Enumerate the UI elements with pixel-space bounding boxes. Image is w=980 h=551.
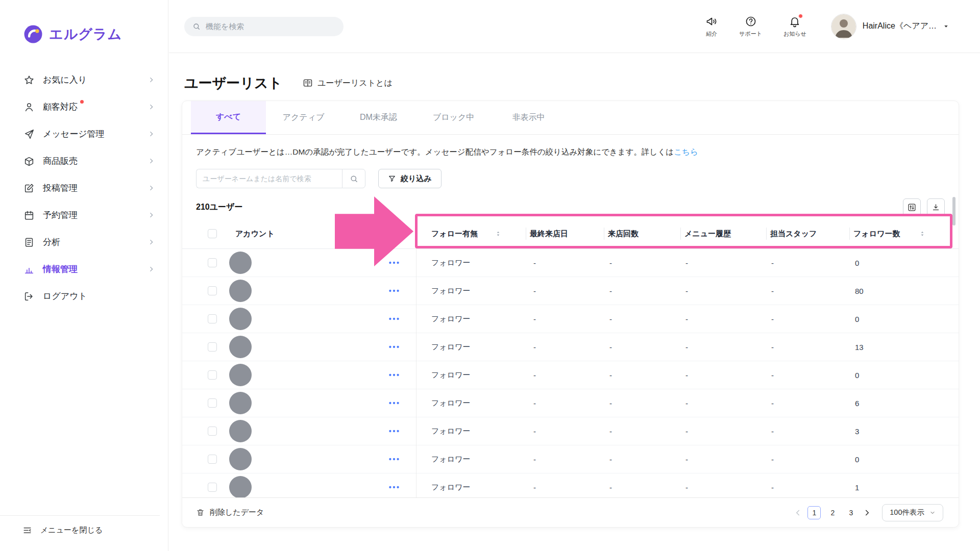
topbar-action-2[interactable]: お知らせ bbox=[783, 15, 806, 38]
sidebar-item-8[interactable]: ログアウト bbox=[0, 283, 168, 310]
row-checkbox[interactable] bbox=[208, 455, 217, 464]
sidebar-item-1[interactable]: 顧客対応 bbox=[0, 93, 168, 120]
sidebar-item-label: 情報管理 bbox=[43, 263, 78, 275]
row-checkbox[interactable] bbox=[208, 342, 217, 352]
cell-menu_history: - bbox=[685, 371, 688, 380]
user-avatar bbox=[229, 476, 252, 498]
sort-icon[interactable] bbox=[919, 229, 926, 238]
topbar-action-0[interactable]: 紹介 bbox=[705, 15, 718, 38]
search-icon bbox=[350, 174, 358, 183]
page-number-3[interactable]: 3 bbox=[844, 506, 857, 519]
chevron-right-icon bbox=[147, 157, 156, 165]
row-checkbox[interactable] bbox=[208, 258, 217, 267]
column-divider bbox=[849, 228, 850, 240]
bell-icon bbox=[789, 15, 801, 28]
deleted-data-button[interactable]: 削除したデータ bbox=[196, 508, 264, 517]
row-checkbox[interactable] bbox=[208, 483, 217, 492]
column-header-account: アカウント bbox=[235, 229, 275, 238]
cell-follower_count: 0 bbox=[855, 315, 859, 323]
column-settings-button[interactable] bbox=[903, 198, 921, 216]
user-avatar bbox=[229, 420, 252, 442]
close-menu-button[interactable]: メニューを閉じる bbox=[0, 515, 160, 545]
userlist-help-link[interactable]: ユーザーリストとは bbox=[303, 78, 393, 89]
filter-button[interactable]: 絞り込み bbox=[378, 169, 442, 188]
cell-follower_count: 13 bbox=[855, 343, 864, 352]
tab-0[interactable]: すべて bbox=[191, 101, 266, 134]
person-icon bbox=[23, 102, 35, 113]
page-size-select[interactable]: 100件表示 bbox=[882, 504, 943, 521]
row-menu-icon[interactable] bbox=[387, 424, 401, 438]
sidebar-menu: お気に入り顧客対応メッセージ管理商品販売投稿管理予約管理分析情報管理ログアウト bbox=[0, 66, 168, 310]
cell-staff: - bbox=[771, 343, 774, 352]
row-checkbox[interactable] bbox=[208, 398, 217, 408]
column-divider bbox=[526, 228, 526, 240]
collapse-menu-icon bbox=[22, 525, 32, 535]
row-checkbox[interactable] bbox=[208, 314, 217, 323]
note-detail-link[interactable]: こちら bbox=[674, 147, 698, 156]
table-row: フォロワー----1 bbox=[182, 473, 959, 498]
row-menu-icon[interactable] bbox=[387, 368, 401, 382]
chevron-right-icon bbox=[147, 130, 156, 138]
cell-follower_count: 6 bbox=[855, 399, 859, 408]
topbar-action-label: サポート bbox=[739, 30, 762, 38]
row-menu-icon[interactable] bbox=[387, 340, 401, 354]
sidebar-item-6[interactable]: 分析 bbox=[0, 229, 168, 256]
brand-name: エルグラム bbox=[49, 25, 122, 43]
cell-follow: フォロワー bbox=[431, 483, 470, 492]
sidebar-item-2[interactable]: メッセージ管理 bbox=[0, 120, 168, 147]
tab-2[interactable]: DM未承認 bbox=[341, 101, 416, 134]
tab-3[interactable]: ブロック中 bbox=[416, 101, 491, 134]
trash-icon bbox=[196, 508, 205, 517]
brand-logo[interactable]: エルグラム bbox=[22, 23, 168, 45]
prev-page-icon[interactable] bbox=[793, 508, 802, 517]
chevron-right-icon bbox=[147, 103, 156, 111]
cell-staff: - bbox=[771, 455, 774, 464]
page-number-1[interactable]: 1 bbox=[807, 506, 821, 519]
row-menu-icon[interactable] bbox=[387, 256, 401, 269]
row-menu-icon[interactable] bbox=[387, 284, 401, 297]
global-search-input[interactable] bbox=[206, 22, 335, 31]
cell-last_visit: - bbox=[533, 259, 536, 267]
sidebar-item-3[interactable]: 商品販売 bbox=[0, 147, 168, 174]
row-menu-icon[interactable] bbox=[387, 312, 401, 325]
status-tabs: すべてアクティブDM未承認ブロック中非表示中 bbox=[182, 101, 959, 135]
sidebar-item-label: メッセージ管理 bbox=[43, 128, 105, 140]
user-search-input[interactable] bbox=[196, 169, 342, 188]
sidebar-item-5[interactable]: 予約管理 bbox=[0, 202, 168, 229]
topbar-actions: 紹介サポートお知らせ bbox=[705, 15, 806, 38]
topbar-action-1[interactable]: サポート bbox=[739, 15, 762, 38]
calendar-icon bbox=[23, 210, 35, 221]
cell-staff: - bbox=[771, 399, 774, 408]
row-checkbox[interactable] bbox=[208, 370, 217, 380]
row-checkbox[interactable] bbox=[208, 286, 217, 295]
sidebar-item-label: お気に入り bbox=[43, 74, 87, 86]
tab-1[interactable]: アクティブ bbox=[266, 101, 341, 134]
funnel-icon bbox=[388, 174, 396, 183]
sort-icon[interactable] bbox=[495, 229, 502, 238]
sidebar-item-0[interactable]: お気に入り bbox=[0, 66, 168, 93]
user-search-button[interactable] bbox=[342, 169, 365, 188]
cell-staff: - bbox=[771, 483, 774, 492]
topbar-action-label: お知らせ bbox=[783, 30, 806, 38]
row-checkbox[interactable] bbox=[208, 427, 217, 436]
tab-4[interactable]: 非表示中 bbox=[491, 101, 566, 134]
user-count: 210ユーザー bbox=[196, 202, 242, 213]
cell-menu_history: - bbox=[685, 259, 688, 267]
column-divider bbox=[604, 228, 604, 240]
global-search[interactable] bbox=[184, 17, 344, 36]
next-page-icon[interactable] bbox=[863, 508, 872, 517]
row-menu-icon[interactable] bbox=[387, 453, 401, 466]
vertical-scrollbar[interactable] bbox=[952, 197, 955, 226]
row-menu-icon[interactable] bbox=[387, 481, 401, 494]
download-button[interactable] bbox=[927, 198, 945, 216]
account-menu[interactable]: HairAlice《ヘアア… bbox=[831, 14, 949, 39]
chart-icon bbox=[23, 264, 35, 275]
download-icon bbox=[932, 203, 940, 212]
page-number-2[interactable]: 2 bbox=[826, 506, 839, 519]
sidebar-item-7[interactable]: 情報管理 bbox=[0, 256, 168, 283]
row-menu-icon[interactable] bbox=[387, 396, 401, 410]
sidebar-item-4[interactable]: 投稿管理 bbox=[0, 174, 168, 202]
user-avatar bbox=[229, 280, 252, 302]
select-all-checkbox[interactable] bbox=[208, 229, 217, 238]
cell-staff: - bbox=[771, 315, 774, 323]
